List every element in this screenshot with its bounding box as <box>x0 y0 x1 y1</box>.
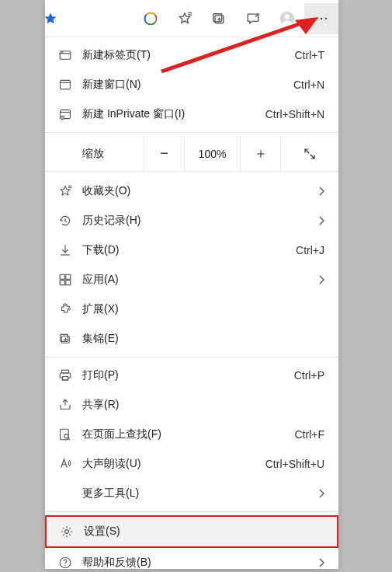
star-icon <box>58 184 72 198</box>
inprivate-icon <box>58 107 72 121</box>
menu-item-label: 新建 InPrivate 窗口(I) <box>76 107 265 121</box>
browser-toolbar <box>45 0 338 37</box>
menu-item-favorites[interactable]: 收藏夹(O) <box>45 176 338 206</box>
menu-item-label: 在页面上查找(F) <box>76 427 295 441</box>
svg-point-49 <box>65 530 69 534</box>
svg-point-15 <box>325 17 328 19</box>
svg-point-13 <box>316 17 318 19</box>
menu-item-find[interactable]: 在页面上查找(F) Ctrl+F <box>45 420 338 449</box>
more-icon <box>314 11 329 26</box>
menu-item-collections[interactable]: 集锦(E) <box>45 324 338 354</box>
menu-item-shortcut: Ctrl+Shift+N <box>265 108 328 120</box>
zoom-value: 100% <box>185 136 241 171</box>
chevron-right-icon <box>315 187 328 196</box>
menu-item-downloads[interactable]: 下载(D) Ctrl+J <box>45 235 338 265</box>
menu-item-label: 下载(D) <box>76 243 296 257</box>
chevron-right-icon <box>315 489 328 498</box>
profile-icon <box>279 10 296 27</box>
highlight-annotation: 设置(S) <box>45 515 338 548</box>
menu-item-extensions[interactable]: 扩展(X) <box>45 295 338 324</box>
svg-rect-34 <box>60 274 64 279</box>
menu-item-new-tab[interactable]: 新建标签页(T) Ctrl+T <box>45 40 338 70</box>
address-star-fragment <box>43 10 57 27</box>
svg-line-29 <box>310 154 314 158</box>
star-icon <box>43 10 57 27</box>
zoom-in-button[interactable] <box>241 136 281 171</box>
window-icon <box>58 78 72 92</box>
apps-icon <box>58 273 72 287</box>
svg-point-47 <box>64 434 68 438</box>
svg-point-39 <box>68 308 71 310</box>
menu-item-shortcut: Ctrl+Shift+U <box>265 458 328 470</box>
menu-item-label: 集锦(E) <box>76 332 328 346</box>
svg-rect-19 <box>61 80 71 89</box>
feedback-button[interactable] <box>236 3 270 34</box>
feedback-icon <box>245 11 261 26</box>
menu-item-label: 收藏夹(O) <box>76 184 315 198</box>
menu-item-label: 新建标签页(T) <box>76 48 295 62</box>
menu-item-shortcut: Ctrl+N <box>293 78 328 91</box>
settings-menu: 新建标签页(T) Ctrl+T 新建窗口(N) Ctrl+N <box>45 37 338 572</box>
browser-window: 新建标签页(T) Ctrl+T 新建窗口(N) Ctrl+N <box>45 0 338 569</box>
gear-icon <box>60 525 74 539</box>
zoom-label-wrap: 缩放 <box>45 136 144 171</box>
launcher-button[interactable] <box>134 3 168 34</box>
favorites-button[interactable] <box>168 3 202 34</box>
zoom-out-button[interactable]: − <box>144 136 185 171</box>
separator <box>45 357 338 358</box>
color-circle-icon <box>143 11 158 26</box>
svg-rect-45 <box>63 377 68 381</box>
menu-item-label: 大声朗读(U) <box>76 457 265 471</box>
chevron-right-icon <box>315 558 328 567</box>
extensions-icon <box>58 302 72 316</box>
svg-rect-35 <box>66 274 71 279</box>
collections-icon <box>211 11 227 26</box>
svg-rect-36 <box>60 281 64 285</box>
menu-item-print[interactable]: 打印(P) Ctrl+P <box>45 361 338 390</box>
menu-item-more-tools[interactable]: 更多工具(L) <box>45 479 338 508</box>
more-menu-button[interactable] <box>304 3 338 34</box>
find-icon <box>58 427 72 441</box>
zoom-label: 缩放 <box>82 147 104 161</box>
help-icon <box>58 556 72 570</box>
svg-point-51 <box>64 565 66 567</box>
screenshot-root: 新建标签页(T) Ctrl+T 新建窗口(N) Ctrl+N <box>0 0 392 572</box>
menu-item-read-aloud[interactable]: 大声朗读(U) Ctrl+Shift+U <box>45 449 338 479</box>
menu-item-settings[interactable]: 设置(S) <box>47 517 337 546</box>
menu-item-label: 设置(S) <box>78 525 326 539</box>
fullscreen-button[interactable] <box>281 136 338 171</box>
svg-rect-18 <box>61 52 63 54</box>
fullscreen-icon <box>303 147 317 161</box>
collections-icon <box>58 332 72 346</box>
chevron-right-icon <box>315 275 328 284</box>
menu-item-apps[interactable]: 应用(A) <box>45 265 338 295</box>
new-tab-icon <box>58 48 72 62</box>
zoom-row: 缩放 − 100% <box>45 136 338 172</box>
svg-rect-37 <box>66 281 71 285</box>
read-aloud-icon <box>58 457 72 471</box>
svg-point-12 <box>285 14 290 19</box>
menu-item-share[interactable]: 共享(R) <box>45 390 338 420</box>
print-icon <box>58 368 72 382</box>
menu-item-shortcut: Ctrl+F <box>295 428 328 441</box>
menu-item-shortcut: Ctrl+P <box>294 369 328 382</box>
menu-item-history[interactable]: 历史记录(H) <box>45 206 338 235</box>
menu-item-new-window[interactable]: 新建窗口(N) Ctrl+N <box>45 70 338 99</box>
svg-point-23 <box>61 116 64 120</box>
svg-line-28 <box>305 149 309 153</box>
plus-icon <box>255 148 267 160</box>
menu-item-label: 帮助和反馈(B) <box>76 556 315 570</box>
history-icon <box>58 214 72 228</box>
zoom-value-text: 100% <box>199 148 227 160</box>
menu-item-help[interactable]: 帮助和反馈(B) <box>45 548 338 572</box>
menu-item-label: 应用(A) <box>76 273 315 287</box>
menu-item-label: 共享(R) <box>76 398 328 412</box>
svg-point-38 <box>64 304 67 306</box>
menu-item-new-inprivate[interactable]: 新建 InPrivate 窗口(I) Ctrl+Shift+N <box>45 99 338 129</box>
minus-icon: − <box>160 145 168 162</box>
menu-item-shortcut: Ctrl+T <box>295 49 328 61</box>
collections-button[interactable] <box>202 3 236 34</box>
menu-item-label: 新建窗口(N) <box>76 78 293 92</box>
menu-item-shortcut: Ctrl+J <box>296 244 328 256</box>
profile-button[interactable] <box>270 3 304 34</box>
